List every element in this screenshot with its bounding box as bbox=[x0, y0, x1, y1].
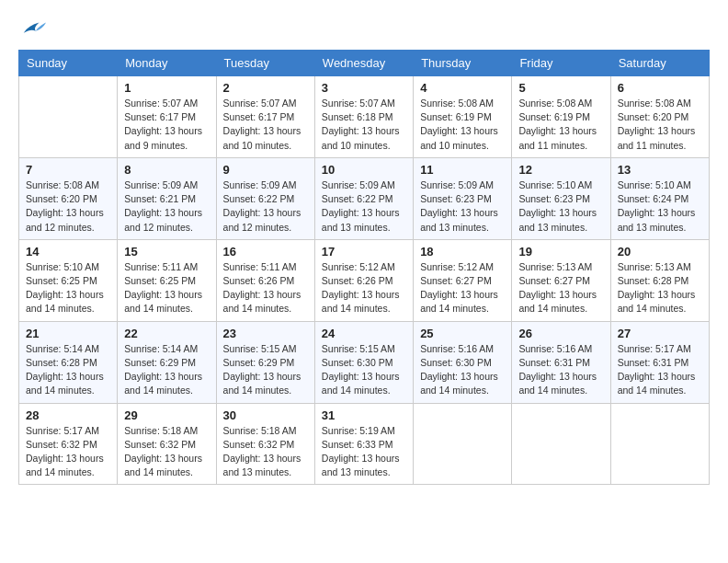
day-number: 30 bbox=[223, 408, 308, 422]
day-number: 5 bbox=[518, 81, 603, 95]
day-number: 16 bbox=[223, 245, 308, 259]
calendar-cell: 24Sunrise: 5:15 AM Sunset: 6:30 PM Dayli… bbox=[314, 321, 413, 403]
calendar-cell: 13Sunrise: 5:10 AM Sunset: 6:24 PM Dayli… bbox=[610, 157, 709, 239]
week-row-2: 7Sunrise: 5:08 AM Sunset: 6:20 PM Daylig… bbox=[19, 157, 710, 239]
day-number: 25 bbox=[420, 327, 505, 340]
day-number: 27 bbox=[618, 327, 702, 340]
calendar-cell: 8Sunrise: 5:09 AM Sunset: 6:21 PM Daylig… bbox=[118, 157, 216, 239]
calendar-cell: 23Sunrise: 5:15 AM Sunset: 6:29 PM Dayli… bbox=[216, 321, 314, 403]
calendar-cell: 2Sunrise: 5:07 AM Sunset: 6:17 PM Daylig… bbox=[216, 76, 314, 158]
day-info: Sunrise: 5:09 AM Sunset: 6:23 PM Dayligh… bbox=[420, 178, 505, 235]
day-number: 13 bbox=[618, 163, 702, 177]
day-info: Sunrise: 5:15 AM Sunset: 6:30 PM Dayligh… bbox=[322, 342, 406, 398]
day-info: Sunrise: 5:13 AM Sunset: 6:28 PM Dayligh… bbox=[618, 260, 702, 316]
col-header-monday: Monday bbox=[118, 51, 216, 76]
day-info: Sunrise: 5:07 AM Sunset: 6:18 PM Dayligh… bbox=[322, 97, 406, 153]
day-number: 28 bbox=[26, 408, 110, 422]
week-row-4: 21Sunrise: 5:14 AM Sunset: 6:28 PM Dayli… bbox=[19, 321, 710, 403]
day-info: Sunrise: 5:08 AM Sunset: 6:20 PM Dayligh… bbox=[618, 97, 702, 153]
calendar-cell: 18Sunrise: 5:12 AM Sunset: 6:27 PM Dayli… bbox=[414, 239, 512, 321]
day-number: 9 bbox=[223, 163, 308, 177]
day-info: Sunrise: 5:11 AM Sunset: 6:25 PM Dayligh… bbox=[124, 260, 209, 316]
calendar-cell bbox=[414, 403, 512, 485]
col-header-sunday: Sunday bbox=[19, 51, 118, 76]
day-info: Sunrise: 5:08 AM Sunset: 6:19 PM Dayligh… bbox=[420, 97, 505, 153]
calendar-cell: 31Sunrise: 5:19 AM Sunset: 6:33 PM Dayli… bbox=[314, 403, 413, 485]
day-info: Sunrise: 5:12 AM Sunset: 6:27 PM Dayligh… bbox=[420, 260, 505, 316]
day-number: 8 bbox=[124, 163, 209, 177]
day-info: Sunrise: 5:14 AM Sunset: 6:28 PM Dayligh… bbox=[26, 342, 110, 398]
calendar-cell: 21Sunrise: 5:14 AM Sunset: 6:28 PM Dayli… bbox=[19, 321, 118, 403]
calendar-cell bbox=[19, 76, 118, 158]
calendar-cell: 16Sunrise: 5:11 AM Sunset: 6:26 PM Dayli… bbox=[216, 239, 314, 321]
day-info: Sunrise: 5:16 AM Sunset: 6:30 PM Dayligh… bbox=[420, 342, 505, 398]
calendar-cell: 1Sunrise: 5:07 AM Sunset: 6:17 PM Daylig… bbox=[118, 76, 216, 158]
page-container: SundayMondayTuesdayWednesdayThursdayFrid… bbox=[0, 0, 728, 494]
day-number: 11 bbox=[420, 163, 505, 177]
day-number: 22 bbox=[124, 327, 209, 340]
calendar-cell: 7Sunrise: 5:08 AM Sunset: 6:20 PM Daylig… bbox=[19, 157, 118, 239]
calendar-cell: 26Sunrise: 5:16 AM Sunset: 6:31 PM Dayli… bbox=[512, 321, 610, 403]
day-number: 31 bbox=[322, 408, 406, 422]
day-info: Sunrise: 5:07 AM Sunset: 6:17 PM Dayligh… bbox=[223, 97, 308, 153]
day-info: Sunrise: 5:11 AM Sunset: 6:26 PM Dayligh… bbox=[223, 260, 308, 316]
calendar-cell: 29Sunrise: 5:18 AM Sunset: 6:32 PM Dayli… bbox=[118, 403, 216, 485]
day-number: 7 bbox=[26, 163, 110, 177]
day-number: 10 bbox=[322, 163, 406, 177]
day-info: Sunrise: 5:10 AM Sunset: 6:23 PM Dayligh… bbox=[518, 178, 603, 235]
day-number: 29 bbox=[124, 408, 209, 422]
day-info: Sunrise: 5:10 AM Sunset: 6:25 PM Dayligh… bbox=[26, 260, 110, 316]
calendar-cell: 9Sunrise: 5:09 AM Sunset: 6:22 PM Daylig… bbox=[216, 157, 314, 239]
calendar-cell: 6Sunrise: 5:08 AM Sunset: 6:20 PM Daylig… bbox=[610, 76, 709, 158]
day-number: 1 bbox=[124, 81, 209, 95]
calendar-cell: 11Sunrise: 5:09 AM Sunset: 6:23 PM Dayli… bbox=[414, 157, 512, 239]
day-info: Sunrise: 5:18 AM Sunset: 6:32 PM Dayligh… bbox=[223, 424, 308, 480]
day-number: 20 bbox=[618, 245, 702, 259]
day-number: 23 bbox=[223, 327, 308, 340]
calendar-cell: 22Sunrise: 5:14 AM Sunset: 6:29 PM Dayli… bbox=[118, 321, 216, 403]
day-info: Sunrise: 5:12 AM Sunset: 6:26 PM Dayligh… bbox=[322, 260, 406, 316]
week-row-3: 14Sunrise: 5:10 AM Sunset: 6:25 PM Dayli… bbox=[19, 239, 710, 321]
calendar-cell bbox=[512, 403, 610, 485]
calendar-cell: 27Sunrise: 5:17 AM Sunset: 6:31 PM Dayli… bbox=[610, 321, 709, 403]
day-number: 14 bbox=[26, 245, 110, 259]
col-header-tuesday: Tuesday bbox=[216, 51, 314, 76]
day-number: 4 bbox=[420, 81, 505, 95]
calendar-cell: 25Sunrise: 5:16 AM Sunset: 6:30 PM Dayli… bbox=[414, 321, 512, 403]
day-info: Sunrise: 5:16 AM Sunset: 6:31 PM Dayligh… bbox=[518, 342, 603, 398]
calendar-cell: 4Sunrise: 5:08 AM Sunset: 6:19 PM Daylig… bbox=[414, 76, 512, 158]
calendar-cell: 17Sunrise: 5:12 AM Sunset: 6:26 PM Dayli… bbox=[314, 239, 413, 321]
calendar-cell: 3Sunrise: 5:07 AM Sunset: 6:18 PM Daylig… bbox=[314, 76, 413, 158]
calendar-header-row: SundayMondayTuesdayWednesdayThursdayFrid… bbox=[19, 51, 710, 76]
calendar-table: SundayMondayTuesdayWednesdayThursdayFrid… bbox=[18, 50, 710, 485]
day-number: 12 bbox=[518, 163, 603, 177]
day-number: 24 bbox=[322, 327, 406, 340]
calendar-cell: 15Sunrise: 5:11 AM Sunset: 6:25 PM Dayli… bbox=[118, 239, 216, 321]
day-info: Sunrise: 5:07 AM Sunset: 6:17 PM Dayligh… bbox=[124, 97, 209, 153]
day-number: 6 bbox=[618, 81, 702, 95]
day-info: Sunrise: 5:08 AM Sunset: 6:19 PM Dayligh… bbox=[518, 97, 603, 153]
calendar-cell: 5Sunrise: 5:08 AM Sunset: 6:19 PM Daylig… bbox=[512, 76, 610, 158]
logo-bird-icon bbox=[20, 18, 46, 39]
day-info: Sunrise: 5:19 AM Sunset: 6:33 PM Dayligh… bbox=[322, 424, 406, 480]
day-info: Sunrise: 5:15 AM Sunset: 6:29 PM Dayligh… bbox=[223, 342, 308, 398]
day-info: Sunrise: 5:09 AM Sunset: 6:22 PM Dayligh… bbox=[223, 178, 308, 235]
day-number: 2 bbox=[223, 81, 308, 95]
day-number: 21 bbox=[26, 327, 110, 340]
day-number: 17 bbox=[322, 245, 406, 259]
day-info: Sunrise: 5:17 AM Sunset: 6:32 PM Dayligh… bbox=[26, 424, 110, 480]
day-info: Sunrise: 5:17 AM Sunset: 6:31 PM Dayligh… bbox=[618, 342, 702, 398]
day-number: 15 bbox=[124, 245, 209, 259]
calendar-cell: 14Sunrise: 5:10 AM Sunset: 6:25 PM Dayli… bbox=[19, 239, 118, 321]
calendar-cell: 10Sunrise: 5:09 AM Sunset: 6:22 PM Dayli… bbox=[314, 157, 413, 239]
day-info: Sunrise: 5:10 AM Sunset: 6:24 PM Dayligh… bbox=[618, 178, 702, 235]
col-header-saturday: Saturday bbox=[610, 51, 709, 76]
calendar-cell: 28Sunrise: 5:17 AM Sunset: 6:32 PM Dayli… bbox=[19, 403, 118, 485]
day-number: 3 bbox=[322, 81, 406, 95]
logo bbox=[18, 18, 46, 35]
day-info: Sunrise: 5:08 AM Sunset: 6:20 PM Dayligh… bbox=[26, 178, 110, 235]
day-number: 19 bbox=[518, 245, 603, 259]
day-info: Sunrise: 5:13 AM Sunset: 6:27 PM Dayligh… bbox=[518, 260, 603, 316]
col-header-wednesday: Wednesday bbox=[314, 51, 413, 76]
week-row-5: 28Sunrise: 5:17 AM Sunset: 6:32 PM Dayli… bbox=[19, 403, 710, 485]
